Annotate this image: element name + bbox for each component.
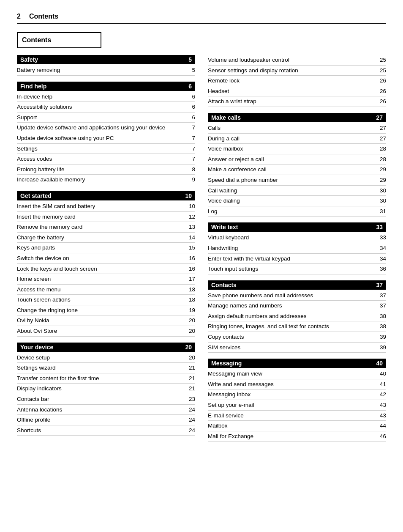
toc-item-label: Insert the SIM card and battery bbox=[17, 202, 187, 211]
toc-item-label: Messaging main view bbox=[208, 369, 378, 378]
toc-item-page: 18 bbox=[187, 285, 195, 294]
left-column: Safety5Battery removing5Find help6In-dev… bbox=[17, 55, 195, 447]
toc-item: Voice mailbox28 bbox=[208, 144, 386, 154]
toc-item-label: Device setup bbox=[17, 353, 187, 362]
toc-item-label: Set up your e-mail bbox=[208, 400, 378, 410]
toc-item-page: 33 bbox=[378, 233, 386, 242]
toc-item: Transfer content for the first time21 bbox=[17, 373, 195, 384]
section-messaging: Messaging40Messaging main view40Write an… bbox=[208, 359, 386, 442]
toc-item-page: 18 bbox=[187, 295, 195, 304]
toc-item-label: Volume and loudspeaker control bbox=[208, 55, 378, 65]
toc-item-label: Answer or reject a call bbox=[208, 155, 378, 164]
toc-item-page: 19 bbox=[187, 306, 195, 315]
toc-item: Call waiting30 bbox=[208, 186, 386, 196]
toc-item-label: Access codes bbox=[17, 154, 187, 164]
toc-item-page: 26 bbox=[378, 76, 386, 85]
page-title-header: Contents bbox=[29, 13, 58, 20]
page-header: 2 Contents bbox=[17, 13, 386, 24]
toc-item-label: Keys and parts bbox=[17, 243, 187, 252]
toc-item-page: 28 bbox=[378, 144, 386, 154]
toc-item: Device setup20 bbox=[17, 353, 195, 363]
section-header-page: 40 bbox=[376, 360, 383, 367]
section-header-label: Your device bbox=[20, 344, 53, 351]
toc-item-label: Home screen bbox=[17, 274, 187, 284]
section-header-label: Messaging bbox=[211, 360, 242, 367]
toc-item-page: 15 bbox=[187, 243, 195, 252]
toc-item: Messaging main view40 bbox=[208, 369, 386, 379]
toc-item: Support6 bbox=[17, 112, 195, 123]
toc-item: Access codes7 bbox=[17, 154, 195, 165]
section-header-label: Safety bbox=[20, 56, 38, 63]
toc-item-page: 7 bbox=[187, 134, 195, 143]
toc-item: Prolong battery life8 bbox=[17, 165, 195, 175]
section-header-page: 33 bbox=[376, 224, 383, 230]
toc-item: Handwriting34 bbox=[208, 243, 386, 254]
toc-item-label: Mail for Exchange bbox=[208, 432, 378, 441]
toc-item-page: 40 bbox=[378, 369, 386, 378]
toc-item: Copy contacts39 bbox=[208, 332, 386, 343]
toc-item: In-device help6 bbox=[17, 92, 195, 102]
toc-item: Virtual keyboard33 bbox=[208, 233, 386, 243]
toc-item: Increase available memory9 bbox=[17, 175, 195, 185]
toc-item-label: Display indicators bbox=[17, 384, 187, 393]
section-header-label: Find help bbox=[20, 83, 46, 90]
toc-item: Log31 bbox=[208, 206, 386, 217]
toc-item-label: Headset bbox=[208, 87, 378, 96]
toc-item-page: 7 bbox=[187, 144, 195, 154]
toc-item-label: Ringing tones, images, and call text for… bbox=[208, 322, 378, 331]
toc-item-label: Update device software using your PC bbox=[17, 134, 187, 143]
toc-item: Lock the keys and touch screen16 bbox=[17, 264, 195, 274]
page-number: 2 bbox=[17, 13, 21, 20]
toc-item: Antenna locations24 bbox=[17, 405, 195, 415]
toc-item: Voice dialing30 bbox=[208, 196, 386, 206]
toc-item-page: 30 bbox=[378, 186, 386, 195]
toc-item-page: 39 bbox=[378, 343, 386, 352]
toc-item-page: 21 bbox=[187, 363, 195, 373]
toc-item-page: 43 bbox=[378, 411, 386, 420]
toc-item: Settings7 bbox=[17, 144, 195, 154]
toc-item: Mail for Exchange46 bbox=[208, 431, 386, 442]
toc-item-page: 7 bbox=[187, 154, 195, 164]
toc-item-page: 31 bbox=[378, 207, 386, 216]
toc-item-page: 29 bbox=[378, 165, 386, 174]
toc-item-label: Enter text with the virtual keypad bbox=[208, 254, 378, 263]
toc-item: SIM services39 bbox=[208, 343, 386, 353]
toc-item-page: 24 bbox=[187, 405, 195, 414]
toc-item-label: Switch the device on bbox=[17, 254, 187, 263]
toc-item-label: Assign default numbers and addresses bbox=[208, 312, 378, 321]
toc-item: Make a conference call29 bbox=[208, 165, 386, 175]
toc-item: Switch the device on16 bbox=[17, 253, 195, 264]
toc-item-label: Voice mailbox bbox=[208, 144, 378, 154]
toc-item-page: 6 bbox=[187, 102, 195, 112]
section-header-page: 27 bbox=[376, 114, 383, 121]
toc-item: Mailbox44 bbox=[208, 421, 386, 431]
toc-item: Remove the memory card13 bbox=[17, 222, 195, 233]
toc-item: Shortcuts24 bbox=[17, 425, 195, 436]
toc-item-page: 20 bbox=[187, 353, 195, 362]
toc-item-label: Manage names and numbers bbox=[208, 301, 378, 310]
toc-item: Touch input settings36 bbox=[208, 264, 386, 274]
toc-item: Volume and loudspeaker control25 bbox=[208, 55, 386, 66]
toc-item-page: 12 bbox=[187, 212, 195, 222]
toc-item-label: Support bbox=[17, 113, 187, 122]
toc-item: Ringing tones, images, and call text for… bbox=[208, 321, 386, 332]
toc-item: Insert the memory card12 bbox=[17, 212, 195, 222]
toc-item: Set up your e-mail43 bbox=[208, 400, 386, 411]
toc-item-label: Increase available memory bbox=[17, 175, 187, 184]
section-your-device: Your device20Device setup20Settings wiza… bbox=[17, 343, 195, 436]
toc-item: Manage names and numbers37 bbox=[208, 301, 386, 311]
toc-item-page: 8 bbox=[187, 165, 195, 174]
toc-item-label: E-mail service bbox=[208, 411, 378, 420]
toc-item-page: 37 bbox=[378, 301, 386, 310]
toc-item-label: Sensor settings and display rotation bbox=[208, 66, 378, 75]
toc-item: Charge the battery14 bbox=[17, 233, 195, 243]
toc-item-label: Mailbox bbox=[208, 421, 378, 431]
toc-item-page: 26 bbox=[378, 87, 386, 96]
toc-item-label: Settings bbox=[17, 144, 187, 154]
section-safety: Safety5Battery removing5 bbox=[17, 55, 195, 76]
section-header-make-calls: Make calls27 bbox=[208, 113, 386, 122]
toc-item-page: 21 bbox=[187, 384, 195, 393]
two-column-layout: Safety5Battery removing5Find help6In-dev… bbox=[17, 55, 386, 447]
toc-item-label: Lock the keys and touch screen bbox=[17, 264, 187, 274]
section-header-label: Make calls bbox=[211, 114, 241, 121]
